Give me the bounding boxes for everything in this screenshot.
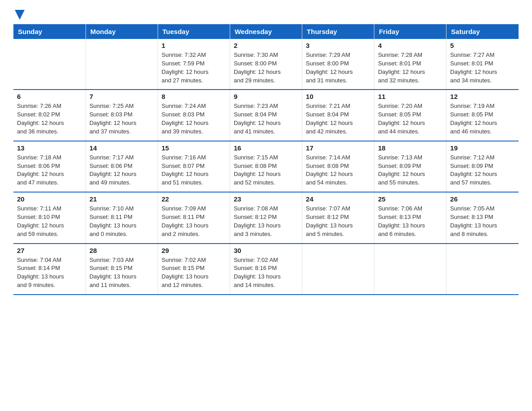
day-info: Sunrise: 7:20 AMSunset: 8:05 PMDaylight:… bbox=[378, 102, 442, 136]
calendar-cell bbox=[374, 244, 446, 295]
day-number: 18 bbox=[378, 144, 442, 152]
day-number: 26 bbox=[450, 195, 515, 203]
day-info: Sunrise: 7:29 AMSunset: 8:00 PMDaylight:… bbox=[306, 51, 370, 85]
calendar-week-row: 27Sunrise: 7:04 AMSunset: 8:14 PMDayligh… bbox=[13, 244, 519, 295]
calendar-cell: 15Sunrise: 7:16 AMSunset: 8:07 PMDayligh… bbox=[158, 141, 230, 192]
day-info: Sunrise: 7:05 AMSunset: 8:13 PMDaylight:… bbox=[450, 205, 515, 238]
day-info: Sunrise: 7:15 AMSunset: 8:08 PMDaylight:… bbox=[234, 154, 298, 187]
day-number: 22 bbox=[162, 195, 226, 203]
calendar-cell: 13Sunrise: 7:18 AMSunset: 8:06 PMDayligh… bbox=[13, 141, 86, 192]
day-number: 4 bbox=[378, 42, 442, 49]
day-info: Sunrise: 7:09 AMSunset: 8:11 PMDaylight:… bbox=[162, 205, 226, 238]
calendar-cell: 8Sunrise: 7:24 AMSunset: 8:03 PMDaylight… bbox=[158, 90, 230, 141]
logo-triangle-icon bbox=[15, 10, 25, 20]
day-number: 23 bbox=[234, 195, 298, 203]
calendar-cell: 26Sunrise: 7:05 AMSunset: 8:13 PMDayligh… bbox=[446, 192, 519, 243]
day-number: 10 bbox=[306, 93, 370, 100]
day-number: 21 bbox=[90, 195, 154, 203]
calendar-cell: 4Sunrise: 7:28 AMSunset: 8:01 PMDaylight… bbox=[374, 39, 446, 90]
day-info: Sunrise: 7:11 AMSunset: 8:10 PMDaylight:… bbox=[17, 205, 82, 238]
day-number: 19 bbox=[450, 144, 515, 152]
calendar-cell bbox=[13, 39, 86, 90]
day-info: Sunrise: 7:18 AMSunset: 8:06 PMDaylight:… bbox=[17, 154, 82, 187]
day-number: 11 bbox=[378, 93, 442, 100]
day-number: 3 bbox=[306, 42, 370, 49]
calendar-cell: 25Sunrise: 7:06 AMSunset: 8:13 PMDayligh… bbox=[374, 192, 446, 243]
day-info: Sunrise: 7:16 AMSunset: 8:07 PMDaylight:… bbox=[162, 154, 226, 187]
calendar-cell: 17Sunrise: 7:14 AMSunset: 8:08 PMDayligh… bbox=[302, 141, 374, 192]
calendar-cell bbox=[302, 244, 374, 295]
day-info: Sunrise: 7:25 AMSunset: 8:03 PMDaylight:… bbox=[90, 102, 154, 136]
header-sunday: Sunday bbox=[13, 24, 86, 39]
day-info: Sunrise: 7:23 AMSunset: 8:04 PMDaylight:… bbox=[234, 102, 298, 136]
calendar-header-row: SundayMondayTuesdayWednesdayThursdayFrid… bbox=[13, 24, 519, 39]
calendar-cell: 27Sunrise: 7:04 AMSunset: 8:14 PMDayligh… bbox=[13, 244, 86, 295]
day-number: 12 bbox=[450, 93, 515, 100]
day-number: 1 bbox=[162, 42, 226, 49]
day-info: Sunrise: 7:21 AMSunset: 8:04 PMDaylight:… bbox=[306, 102, 370, 136]
day-info: Sunrise: 7:03 AMSunset: 8:15 PMDaylight:… bbox=[90, 256, 154, 290]
calendar-cell: 11Sunrise: 7:20 AMSunset: 8:05 PMDayligh… bbox=[374, 90, 446, 141]
day-number: 20 bbox=[17, 195, 82, 203]
header-friday: Friday bbox=[374, 24, 446, 39]
calendar-cell: 21Sunrise: 7:10 AMSunset: 8:11 PMDayligh… bbox=[86, 192, 158, 243]
day-info: Sunrise: 7:28 AMSunset: 8:01 PMDaylight:… bbox=[378, 51, 442, 85]
calendar-cell: 22Sunrise: 7:09 AMSunset: 8:11 PMDayligh… bbox=[158, 192, 230, 243]
day-info: Sunrise: 7:14 AMSunset: 8:08 PMDaylight:… bbox=[306, 154, 370, 187]
calendar-cell: 1Sunrise: 7:32 AMSunset: 7:59 PMDaylight… bbox=[158, 39, 230, 90]
day-number: 14 bbox=[90, 144, 154, 152]
calendar-cell: 30Sunrise: 7:02 AMSunset: 8:16 PMDayligh… bbox=[230, 244, 302, 295]
day-number: 28 bbox=[90, 247, 154, 254]
day-info: Sunrise: 7:10 AMSunset: 8:11 PMDaylight:… bbox=[90, 205, 154, 238]
svg-marker-0 bbox=[15, 10, 25, 20]
day-number: 29 bbox=[162, 247, 226, 254]
day-number: 17 bbox=[306, 144, 370, 152]
calendar-cell: 14Sunrise: 7:17 AMSunset: 8:06 PMDayligh… bbox=[86, 141, 158, 192]
calendar-cell: 18Sunrise: 7:13 AMSunset: 8:09 PMDayligh… bbox=[374, 141, 446, 192]
calendar-cell: 24Sunrise: 7:07 AMSunset: 8:12 PMDayligh… bbox=[302, 192, 374, 243]
calendar-cell bbox=[86, 39, 158, 90]
day-info: Sunrise: 7:26 AMSunset: 8:02 PMDaylight:… bbox=[17, 102, 82, 136]
day-number: 6 bbox=[17, 93, 82, 100]
calendar-cell: 10Sunrise: 7:21 AMSunset: 8:04 PMDayligh… bbox=[302, 90, 374, 141]
day-info: Sunrise: 7:02 AMSunset: 8:16 PMDaylight:… bbox=[234, 256, 298, 290]
page-header bbox=[13, 9, 519, 20]
calendar-cell: 12Sunrise: 7:19 AMSunset: 8:05 PMDayligh… bbox=[446, 90, 519, 141]
day-number: 2 bbox=[234, 42, 298, 49]
day-number: 15 bbox=[162, 144, 226, 152]
day-info: Sunrise: 7:24 AMSunset: 8:03 PMDaylight:… bbox=[162, 102, 226, 136]
calendar-cell: 3Sunrise: 7:29 AMSunset: 8:00 PMDaylight… bbox=[302, 39, 374, 90]
calendar-cell: 20Sunrise: 7:11 AMSunset: 8:10 PMDayligh… bbox=[13, 192, 86, 243]
calendar-cell bbox=[446, 244, 519, 295]
day-number: 13 bbox=[17, 144, 82, 152]
day-info: Sunrise: 7:12 AMSunset: 8:09 PMDaylight:… bbox=[450, 154, 515, 187]
calendar-cell: 2Sunrise: 7:30 AMSunset: 8:00 PMDaylight… bbox=[230, 39, 302, 90]
calendar-cell: 28Sunrise: 7:03 AMSunset: 8:15 PMDayligh… bbox=[86, 244, 158, 295]
day-number: 25 bbox=[378, 195, 442, 203]
day-number: 30 bbox=[234, 247, 298, 254]
header-wednesday: Wednesday bbox=[230, 24, 302, 39]
calendar-cell: 5Sunrise: 7:27 AMSunset: 8:01 PMDaylight… bbox=[446, 39, 519, 90]
calendar-table: SundayMondayTuesdayWednesdayThursdayFrid… bbox=[13, 24, 519, 295]
day-number: 8 bbox=[162, 93, 226, 100]
calendar-cell: 6Sunrise: 7:26 AMSunset: 8:02 PMDaylight… bbox=[13, 90, 86, 141]
header-saturday: Saturday bbox=[446, 24, 519, 39]
day-number: 27 bbox=[17, 247, 82, 254]
day-info: Sunrise: 7:19 AMSunset: 8:05 PMDaylight:… bbox=[450, 102, 515, 136]
calendar-cell: 19Sunrise: 7:12 AMSunset: 8:09 PMDayligh… bbox=[446, 141, 519, 192]
header-tuesday: Tuesday bbox=[158, 24, 230, 39]
day-number: 5 bbox=[450, 42, 515, 49]
header-thursday: Thursday bbox=[302, 24, 374, 39]
day-info: Sunrise: 7:07 AMSunset: 8:12 PMDaylight:… bbox=[306, 205, 370, 238]
day-info: Sunrise: 7:30 AMSunset: 8:00 PMDaylight:… bbox=[234, 51, 298, 85]
day-number: 24 bbox=[306, 195, 370, 203]
calendar-cell: 16Sunrise: 7:15 AMSunset: 8:08 PMDayligh… bbox=[230, 141, 302, 192]
calendar-week-row: 1Sunrise: 7:32 AMSunset: 7:59 PMDaylight… bbox=[13, 39, 519, 90]
day-info: Sunrise: 7:06 AMSunset: 8:13 PMDaylight:… bbox=[378, 205, 442, 238]
calendar-cell: 9Sunrise: 7:23 AMSunset: 8:04 PMDaylight… bbox=[230, 90, 302, 141]
calendar-week-row: 20Sunrise: 7:11 AMSunset: 8:10 PMDayligh… bbox=[13, 192, 519, 243]
day-number: 9 bbox=[234, 93, 298, 100]
calendar-cell: 23Sunrise: 7:08 AMSunset: 8:12 PMDayligh… bbox=[230, 192, 302, 243]
day-info: Sunrise: 7:17 AMSunset: 8:06 PMDaylight:… bbox=[90, 154, 154, 187]
day-info: Sunrise: 7:32 AMSunset: 7:59 PMDaylight:… bbox=[162, 51, 226, 85]
